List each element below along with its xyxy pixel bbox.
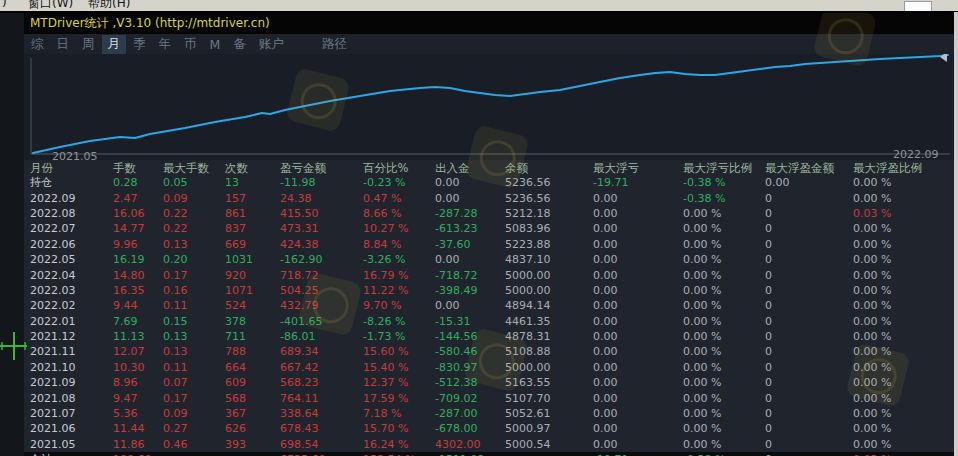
table-cell: 0.00 %	[853, 407, 954, 420]
tab-composite[interactable]: 综	[25, 35, 50, 54]
table-row: 持仓0.280.0513-11.98-0.23 %0.005236.56-19.…	[24, 175, 954, 190]
table-cell: 5000.00	[505, 284, 593, 297]
table-cell: 2.47	[113, 192, 163, 205]
table-cell: 0	[765, 192, 853, 205]
table-cell: 0.00 %	[853, 284, 954, 297]
table-cell: 0.00 %	[853, 345, 954, 358]
tab-day[interactable]: 日	[51, 35, 76, 54]
table-cell: 0	[765, 361, 853, 374]
table-cell: 0.00 %	[853, 269, 954, 282]
tab-week[interactable]: 周	[76, 35, 101, 54]
table-cell: 0.00 %	[853, 361, 954, 374]
table-cell: 568.23	[280, 376, 363, 389]
table-cell: -287.28	[435, 207, 505, 220]
table-cell: 837	[225, 222, 280, 235]
table-cell: -398.49	[435, 284, 505, 297]
table-cell: -15.31	[435, 315, 505, 328]
table-cell: 4837.10	[505, 253, 593, 266]
table-cell: 0.00 %	[683, 238, 765, 251]
table-header-row: 月份手数最大手数次数盈亏金额百分比%出入金余额最大浮亏最大浮亏比例最大浮盈金额最…	[24, 161, 954, 175]
table-cell: 0.00 %	[853, 176, 954, 189]
tab-currency[interactable]: 币	[178, 35, 203, 54]
table-cell: 0.00	[593, 222, 683, 235]
table-cell: 7.69	[113, 315, 163, 328]
table-cell: 0	[765, 438, 853, 451]
table-cell: 5236.56	[505, 176, 593, 189]
table-cell: 432.79	[280, 299, 363, 312]
table-cell: 0.28	[113, 176, 163, 189]
tab-account[interactable]: 账户	[253, 35, 290, 54]
menu-item-help[interactable]: 帮助(H)	[88, 0, 130, 12]
table-cell: 0.00	[593, 207, 683, 220]
table-row: 2022.0516.190.201031-162.90-3.26 %0.0048…	[24, 252, 954, 267]
table-row: 2022.0816.060.22861415.508.66 %-287.2852…	[24, 206, 954, 221]
tab-month[interactable]: 月	[102, 35, 127, 54]
table-cell: 0	[765, 376, 853, 389]
table-cell: -830.97	[435, 361, 505, 374]
table-cell: 0.00	[593, 422, 683, 435]
tab-m[interactable]: M	[204, 36, 227, 53]
column-header: 最大浮亏	[593, 161, 683, 176]
table-cell: 5108.88	[505, 345, 593, 358]
table-cell: -1.73 %	[363, 330, 435, 343]
table-cell: 0.11	[163, 361, 225, 374]
table-cell: 0.00	[593, 284, 683, 297]
table-cell: 16.79 %	[363, 269, 435, 282]
row-label: 2022.02	[30, 299, 113, 312]
title-bar[interactable]: MTDriver统计 ,V3.10 (http://mtdriver.cn)	[24, 12, 954, 34]
table-cell: -11.98	[280, 176, 363, 189]
table-cell: -287.00	[435, 407, 505, 420]
table-cell: 0.00 %	[683, 253, 765, 266]
table-cell: 0	[765, 253, 853, 266]
table-cell: 0	[765, 222, 853, 235]
table-cell: 0	[765, 269, 853, 282]
table-cell: 0.00	[593, 407, 683, 420]
row-label: 2021.10	[30, 361, 113, 374]
table-cell: -709.02	[435, 392, 505, 405]
table-cell: 0.00 %	[683, 345, 765, 358]
tab-backup[interactable]: 备	[227, 35, 252, 54]
table-cell: 0.00 %	[683, 299, 765, 312]
table-row: 2021.098.960.07609568.2312.37 %-512.3851…	[24, 375, 954, 390]
table-cell: 5236.56	[505, 192, 593, 205]
table-cell: 10.27 %	[363, 222, 435, 235]
table-cell: -3.26 %	[363, 253, 435, 266]
table-cell: 0	[765, 407, 853, 420]
table-row: 2022.0414.800.17920718.7216.79 %-718.725…	[24, 267, 954, 282]
table-cell: 718.72	[280, 269, 363, 282]
table-cell: 626	[225, 422, 280, 435]
table-cell: -718.72	[435, 269, 505, 282]
table-cell: 524	[225, 299, 280, 312]
table-cell: 24.38	[280, 192, 363, 205]
table-cell: 0.00 %	[683, 222, 765, 235]
table-cell: 338.64	[280, 407, 363, 420]
table-cell: 0.11	[163, 299, 225, 312]
table-cell: 0.00	[765, 176, 853, 189]
table-cell: 12.37 %	[363, 376, 435, 389]
tab-year[interactable]: 年	[153, 35, 178, 54]
table-cell: 788	[225, 345, 280, 358]
path-label[interactable]: 路径	[322, 36, 347, 53]
table-cell: 9.47	[113, 392, 163, 405]
table-cell: 0.03 %	[853, 207, 954, 220]
table-cell: 0.00	[593, 438, 683, 451]
table-cell: 0.00 %	[853, 330, 954, 343]
menu-item-window[interactable]: 窗口(W)	[28, 0, 73, 12]
table-cell: 0.00 %	[853, 315, 954, 328]
equity-chart[interactable]: 2021.05 2022.09	[24, 54, 954, 160]
tab-quarter[interactable]: 季	[127, 35, 152, 54]
column-header: 出入金	[435, 161, 505, 176]
table-cell: -613.23	[435, 222, 505, 235]
table-cell: 0	[765, 422, 853, 435]
table-cell: 473.31	[280, 222, 363, 235]
table-cell: 698.54	[280, 438, 363, 451]
table-cell: 0	[765, 392, 853, 405]
table-row: 2022.029.440.11524432.799.70 %0.004894.1…	[24, 298, 954, 313]
table-row: 2022.069.960.13669424.388.84 %-37.605223…	[24, 237, 954, 252]
table-cell: 0	[765, 330, 853, 343]
table-cell: 0.22	[163, 207, 225, 220]
table-cell: 0.17	[163, 392, 225, 405]
table-row: 2021.0611.440.27626678.4315.70 %-678.005…	[24, 421, 954, 436]
table-cell: 5223.88	[505, 238, 593, 251]
table-cell: 13	[225, 176, 280, 189]
